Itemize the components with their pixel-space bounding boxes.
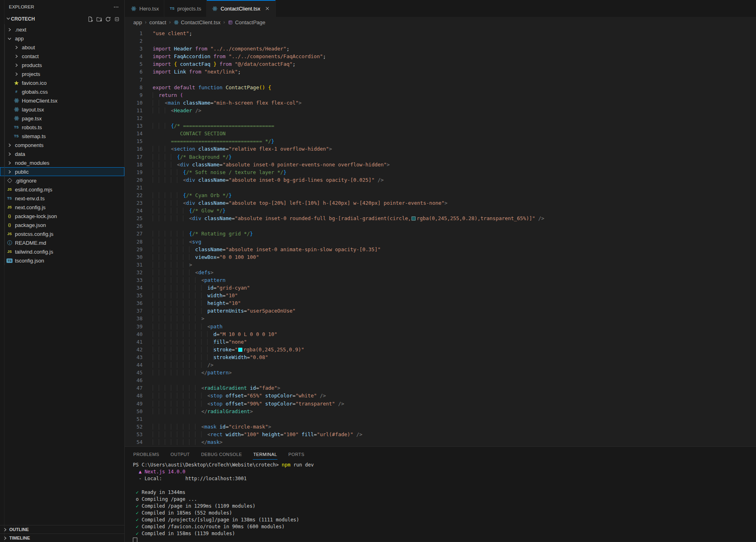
code-line-1[interactable]: 1"use client";: [125, 29, 756, 37]
code-editor[interactable]: 1"use client";23import Header from "../.…: [125, 27, 756, 446]
tree-item-node_modules[interactable]: node_modules: [0, 158, 124, 167]
close-icon[interactable]: [265, 6, 270, 11]
code-line-10[interactable]: 10 <main className="min-h-screen flex fl…: [125, 99, 756, 107]
code-line-8[interactable]: 8export default function ContactPage() {: [125, 84, 756, 91]
code-line-31[interactable]: 31 >: [125, 261, 756, 269]
tree-item-globals.css[interactable]: #globals.css: [0, 87, 124, 96]
tree-item-next.config.js[interactable]: JSnext.config.js: [0, 203, 124, 212]
code-line-21[interactable]: 21: [125, 184, 756, 191]
tree-item-tailwind.config.js[interactable]: JStailwind.config.js: [0, 247, 124, 256]
tab-ContactClient.tsx[interactable]: ContactClient.tsx: [207, 0, 276, 17]
code-line-20[interactable]: 20 <div className="absolute inset-0 bg-g…: [125, 176, 756, 184]
breadcrumb-item-contact[interactable]: contact: [149, 19, 166, 25]
code-line-37[interactable]: 37 patternUnits="userSpaceOnUse": [125, 307, 756, 315]
code-line-26[interactable]: 26: [125, 222, 756, 230]
code-line-40[interactable]: 40 d="M 10 0 L 0 0 0 10": [125, 330, 756, 338]
terminal-prompt-line[interactable]: [133, 537, 756, 542]
code-line-25[interactable]: 25 <div className="absolute inset-0 roun…: [125, 214, 756, 222]
code-line-9[interactable]: 9 return (: [125, 91, 756, 99]
code-line-16[interactable]: 16 <section className="relative flex-1 o…: [125, 145, 756, 153]
tree-item-app[interactable]: app: [0, 34, 124, 43]
tree-item-postcss.config.js[interactable]: JSpostcss.config.js: [0, 229, 124, 238]
code-line-46[interactable]: 46: [125, 376, 756, 384]
code-line-43[interactable]: 43 strokeWidth="0.08": [125, 353, 756, 361]
code-line-19[interactable]: 19 {/* Soft noise / texture layer */}: [125, 168, 756, 176]
tree-item-README.md[interactable]: README.md: [0, 238, 124, 247]
panel-tab-terminal[interactable]: TERMINAL: [253, 448, 277, 460]
tab-Hero.tsx[interactable]: Hero.tsx: [126, 0, 164, 17]
new-folder-button[interactable]: [94, 15, 103, 23]
breadcrumb-item-ContactClient.tsx[interactable]: ContactClient.tsx: [174, 19, 220, 25]
code-line-5[interactable]: 5import { contactFaq } from "@/data/cont…: [125, 60, 756, 68]
code-line-42[interactable]: 42 stroke="rgba(0,245,255,0.9)": [125, 346, 756, 353]
tree-item-public[interactable]: public: [0, 167, 124, 176]
collapse-all-button[interactable]: [112, 15, 121, 23]
new-file-button[interactable]: [86, 15, 94, 23]
tab-projects.ts[interactable]: TSprojects.ts: [164, 0, 207, 17]
code-line-54[interactable]: 54 </mask>: [125, 438, 756, 446]
tree-item-package.json[interactable]: {}package.json: [0, 221, 124, 229]
panel-tab-ports[interactable]: PORTS: [288, 448, 305, 460]
code-line-13[interactable]: 13 {/* ==============================: [125, 122, 756, 130]
tree-item-projects[interactable]: projects: [0, 69, 124, 78]
tree-item-next-env.d.ts[interactable]: TSnext-env.d.ts: [0, 194, 124, 203]
code-line-30[interactable]: 30 viewBox="0 0 100 100": [125, 253, 756, 261]
code-line-41[interactable]: 41 fill="none": [125, 338, 756, 346]
tree-item-layout.tsx[interactable]: layout.tsx: [0, 105, 124, 114]
code-line-45[interactable]: 45 </pattern>: [125, 369, 756, 376]
code-line-49[interactable]: 49 <stop offset="90%" stopColor="transpa…: [125, 400, 756, 408]
code-line-36[interactable]: 36 height="10": [125, 299, 756, 307]
code-line-4[interactable]: 4import FaqAccordion from "../../compone…: [125, 53, 756, 60]
tree-item-contact[interactable]: contact: [0, 52, 124, 61]
code-line-47[interactable]: 47 <radialGradient id="fade">: [125, 384, 756, 392]
terminal-output[interactable]: PS C:\Users\austi\Desktop\CroTech\Websit…: [125, 460, 756, 542]
tree-item-products[interactable]: products: [0, 61, 124, 69]
tree-item-.next[interactable]: .next: [0, 25, 124, 34]
tree-item-HomeClient.tsx[interactable]: HomeClient.tsx: [0, 96, 124, 105]
code-line-24[interactable]: 24 {/* Glow */}: [125, 207, 756, 214]
timeline-section-header[interactable]: TIMELINE: [0, 534, 124, 542]
code-line-27[interactable]: 27 {/* Rotating grid */}: [125, 230, 756, 237]
code-line-2[interactable]: 2: [125, 37, 756, 45]
code-line-32[interactable]: 32 <defs>: [125, 269, 756, 276]
code-line-38[interactable]: 38 >: [125, 315, 756, 322]
code-line-51[interactable]: 51: [125, 415, 756, 423]
code-line-28[interactable]: 28 <svg: [125, 238, 756, 246]
breadcrumb-item-ContactPage[interactable]: ContactPage: [228, 19, 265, 25]
panel-tab-debug-console[interactable]: DEBUG CONSOLE: [201, 448, 242, 460]
code-line-52[interactable]: 52 <mask id="circle-mask">: [125, 423, 756, 431]
code-line-22[interactable]: 22 {/* Cyan Orb */}: [125, 191, 756, 199]
code-line-12[interactable]: 12: [125, 114, 756, 122]
code-line-48[interactable]: 48 <stop offset="65%" stopColor="white" …: [125, 392, 756, 399]
code-line-3[interactable]: 3import Header from "../../components/He…: [125, 45, 756, 53]
tree-item-robots.ts[interactable]: TSrobots.ts: [0, 123, 124, 132]
code-line-39[interactable]: 39 <path: [125, 323, 756, 330]
breadcrumb-item-app[interactable]: app: [133, 19, 142, 25]
tree-item-.gitignore[interactable]: .gitignore: [0, 176, 124, 185]
tree-item-package-lock.json[interactable]: {}package-lock.json: [0, 212, 124, 221]
code-line-11[interactable]: 11 <Header />: [125, 107, 756, 114]
tree-item-page.tsx[interactable]: page.tsx: [0, 114, 124, 123]
code-line-50[interactable]: 50 </radialGradient>: [125, 408, 756, 415]
tree-item-tsconfig.json[interactable]: TStsconfig.json: [0, 256, 124, 265]
code-line-14[interactable]: 14 CONTACT SECTION: [125, 130, 756, 137]
refresh-button[interactable]: [103, 15, 112, 23]
panel-tab-output[interactable]: OUTPUT: [170, 448, 190, 460]
tree-item-eslint.config.mjs[interactable]: JSeslint.config.mjs: [0, 185, 124, 194]
code-line-35[interactable]: 35 width="10": [125, 292, 756, 299]
code-line-44[interactable]: 44 />: [125, 361, 756, 369]
code-line-15[interactable]: 15 ============================== */}: [125, 137, 756, 145]
tree-item-about[interactable]: about: [0, 43, 124, 52]
code-line-34[interactable]: 34 id="grid-cyan": [125, 284, 756, 292]
code-line-17[interactable]: 17 {/* Background */}: [125, 153, 756, 161]
code-line-7[interactable]: 7: [125, 76, 756, 84]
tree-item-favicon.ico[interactable]: ★favicon.ico: [0, 78, 124, 87]
panel-tab-problems[interactable]: PROBLEMS: [133, 448, 160, 460]
code-line-53[interactable]: 53 <rect width="100" height="100" fill="…: [125, 431, 756, 438]
tree-item-sitemap.ts[interactable]: TSsitemap.ts: [0, 132, 124, 141]
code-line-18[interactable]: 18 <div className="absolute inset-0 poin…: [125, 161, 756, 168]
tree-item-data[interactable]: data: [0, 149, 124, 158]
code-line-33[interactable]: 33 <pattern: [125, 276, 756, 284]
project-section-header[interactable]: CROTECH: [0, 14, 124, 24]
tree-item-components[interactable]: components: [0, 141, 124, 149]
